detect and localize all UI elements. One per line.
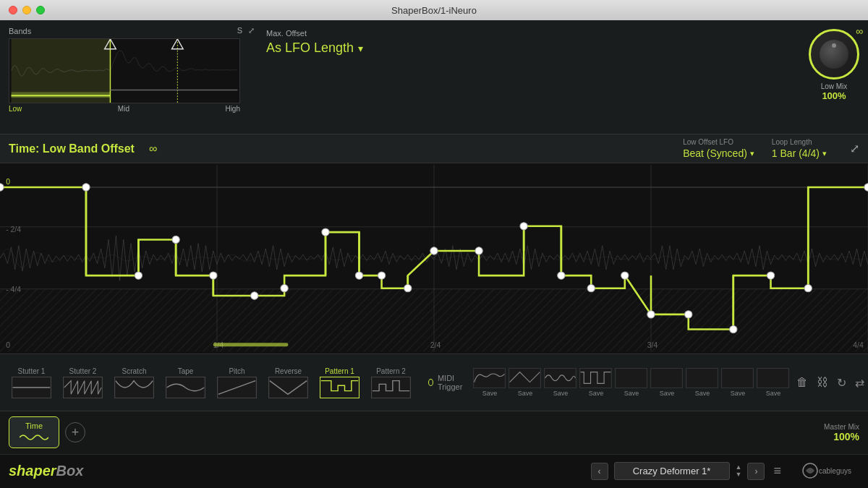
hamburger-menu[interactable]: ≡ xyxy=(773,463,781,479)
svg-point-51 xyxy=(558,272,565,279)
pattern-scratch[interactable]: Scratch xyxy=(111,366,157,400)
bands-waveform-svg xyxy=(9,39,239,103)
close-button[interactable] xyxy=(9,6,17,14)
loop-length-dropdown[interactable]: 1 Bar (4/4) ▾ xyxy=(772,147,827,159)
pattern-reverse-thumb xyxy=(268,377,308,398)
svg-point-47 xyxy=(404,285,412,292)
lfo-link-icon[interactable]: ∞ xyxy=(149,142,157,155)
save-slot-9[interactable]: Save xyxy=(757,368,789,397)
bottom-bar: Time + Master Mix 100% xyxy=(0,411,868,453)
svg-point-40 xyxy=(172,236,179,244)
save-slot-3[interactable]: Save xyxy=(544,368,576,397)
window-title: ShaperBox/1-iNeuro xyxy=(391,5,477,16)
knob-container[interactable]: ∞ xyxy=(809,29,859,80)
bands-label: Bands xyxy=(9,27,31,35)
band-high-label: High xyxy=(225,105,240,113)
minimize-button[interactable] xyxy=(22,6,31,14)
svg-text:3/4: 3/4 xyxy=(647,342,658,350)
logo-box: Box xyxy=(56,463,84,479)
svg-rect-82 xyxy=(652,369,682,388)
save-slot-1[interactable]: Save xyxy=(473,368,506,397)
svg-point-55 xyxy=(685,311,692,318)
preset-navigation: ‹ Crazy Deformer 1* ▲ ▼ › ≡ xyxy=(591,462,781,480)
time-button-label: Time xyxy=(25,421,43,430)
add-module-icon: + xyxy=(72,425,80,440)
svg-text:- 2/4: - 2/4 xyxy=(6,226,21,234)
loop-length-arrow: ▾ xyxy=(822,149,827,158)
bands-expand-icon[interactable]: ⤢ xyxy=(248,26,255,35)
lfo-canvas[interactable]: 0 - 2/4 - 4/4 0 1/4 2/4 3/4 4/4 xyxy=(0,163,868,354)
knob-inner[interactable] xyxy=(820,40,848,69)
lfo-section: Time: Low Band Offset ∞ Low Offset LFO B… xyxy=(0,134,868,354)
maximize-button[interactable] xyxy=(36,6,45,14)
svg-rect-79 xyxy=(545,369,576,388)
svg-rect-77 xyxy=(475,369,505,388)
svg-text:cableguys: cableguys xyxy=(819,467,851,475)
svg-text:2/4: 2/4 xyxy=(430,342,441,350)
preset-up-arrow[interactable]: ▲ xyxy=(736,464,742,471)
delete-icon[interactable]: 🗑 xyxy=(795,374,809,390)
shuffle-icon[interactable]: ⇄ xyxy=(854,374,866,391)
link-icon2[interactable]: ⛓ xyxy=(815,374,830,390)
pattern-pattern1[interactable]: Pattern 1 xyxy=(317,366,362,400)
expand-button[interactable]: ⤢ xyxy=(850,142,859,155)
loop-length-label: Loop Length xyxy=(772,138,827,146)
loop-icon[interactable]: ↻ xyxy=(835,374,848,391)
svg-point-58 xyxy=(804,285,812,292)
titlebar: ShaperBox/1-iNeuro xyxy=(0,0,868,20)
loop-length-group: Loop Length 1 Bar (4/4) ▾ xyxy=(772,138,827,159)
svg-point-39 xyxy=(135,272,142,279)
offset-dropdown[interactable]: As LFO Length ▾ xyxy=(266,40,363,56)
pattern-stutter2[interactable]: Stutter 2 xyxy=(60,366,106,400)
pattern-reverse[interactable]: Reverse xyxy=(265,366,311,400)
svg-rect-9 xyxy=(12,92,111,98)
bands-s-button[interactable]: S xyxy=(237,26,242,35)
time-wave-icon xyxy=(20,432,48,443)
save-slot-8[interactable]: Save xyxy=(721,368,754,397)
save-slot-3-thumb xyxy=(544,368,576,388)
save-slot-5[interactable]: Save xyxy=(615,368,647,397)
preset-prev-button[interactable]: ‹ xyxy=(591,463,608,480)
save-slot-6[interactable]: Save xyxy=(650,368,683,397)
pattern-pattern2-thumb xyxy=(371,377,411,398)
knob-outer[interactable]: ∞ xyxy=(809,29,859,80)
lfo-header: Time: Low Band Offset ∞ Low Offset LFO B… xyxy=(0,134,868,163)
save-slot-4[interactable]: Save xyxy=(579,368,612,397)
low-offset-lfo-dropdown[interactable]: Beat (Synced) ▾ xyxy=(683,147,754,159)
bands-display[interactable] xyxy=(9,38,240,103)
footer: shaperBox ‹ Crazy Deformer 1* ▲ ▼ › ≡ ca… xyxy=(0,454,868,488)
save-slots: Save Save Save Save xyxy=(473,368,789,397)
save-slot-4-thumb xyxy=(579,368,612,388)
save-slot-8-thumb xyxy=(721,368,754,388)
pattern-stutter2-label: Stutter 2 xyxy=(69,367,97,375)
save-slot-7[interactable]: Save xyxy=(686,368,718,397)
time-button[interactable]: Time xyxy=(9,416,59,448)
save-slot-5-thumb xyxy=(615,368,647,388)
svg-rect-70 xyxy=(64,377,101,398)
traffic-lights xyxy=(9,6,45,14)
save-slot-6-label: Save xyxy=(660,390,675,397)
save-slot-9-thumb xyxy=(757,368,789,388)
bands-labels: Low Mid High xyxy=(9,105,240,113)
pattern-pattern2[interactable]: Pattern 2 xyxy=(368,366,414,400)
patterns-section: Stutter 1 Stutter 2 Scratch Tape Pitch xyxy=(0,354,868,411)
midi-trigger-label: MIDI Trigger xyxy=(438,374,464,391)
preset-next-button[interactable]: › xyxy=(747,463,765,480)
low-offset-lfo-group: Low Offset LFO Beat (Synced) ▾ xyxy=(683,138,754,159)
pattern-pitch[interactable]: Pitch xyxy=(214,366,260,400)
preset-name[interactable]: Crazy Deformer 1* xyxy=(614,462,730,480)
pattern-tape[interactable]: Tape xyxy=(163,366,208,400)
svg-point-50 xyxy=(520,223,527,230)
svg-text:4/4: 4/4 xyxy=(853,342,864,350)
pattern-stutter1[interactable]: Stutter 1 xyxy=(9,366,54,400)
svg-point-38 xyxy=(82,184,90,191)
time-module: Time + xyxy=(9,416,85,448)
save-slot-9-label: Save xyxy=(766,390,781,397)
svg-point-46 xyxy=(378,272,385,279)
midi-trigger[interactable]: MIDI Trigger xyxy=(428,374,464,391)
save-slot-2[interactable]: Save xyxy=(509,368,541,397)
svg-rect-85 xyxy=(758,369,788,388)
preset-down-arrow[interactable]: ▼ xyxy=(736,471,742,478)
svg-point-45 xyxy=(355,272,362,279)
add-module-button[interactable]: + xyxy=(65,422,85,442)
